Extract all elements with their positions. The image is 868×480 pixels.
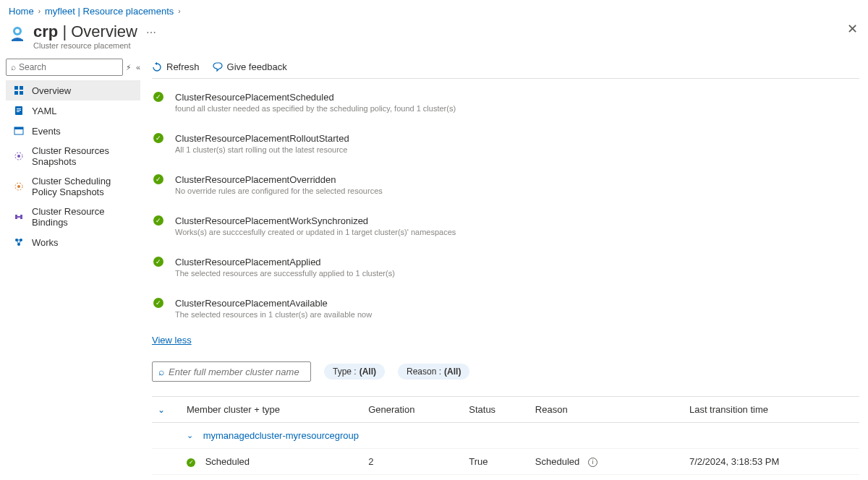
status-success-icon: ✓	[153, 298, 163, 308]
nav-cluster-resource-bindings[interactable]: Cluster Resource Bindings	[6, 202, 140, 232]
timeline-desc: The selected resources in 1 cluster(s) a…	[175, 310, 372, 319]
row-last-transition: 7/2/2024, 3:18:53 PM	[684, 449, 859, 475]
timeline-title: ClusterResourcePlacementWorkSynchronized	[175, 215, 456, 226]
timeline-desc: found all cluster needed as specified by…	[175, 104, 456, 113]
breadcrumb-home[interactable]: Home	[9, 6, 34, 17]
filter-row: ⌕ Type : (All) Reason : (All)	[143, 357, 868, 396]
svg-rect-9	[17, 111, 20, 112]
col-generation[interactable]: Generation	[362, 397, 463, 423]
status-success-icon: ✓	[153, 215, 163, 226]
nav-cluster-scheduling-policy-snapshots[interactable]: Cluster Scheduling Policy Snapshots	[6, 171, 140, 202]
timeline-title: ClusterResourcePlacementApplied	[175, 257, 395, 267]
resource-icon	[9, 25, 26, 43]
svg-rect-4	[14, 91, 18, 95]
overview-icon	[13, 85, 25, 96]
nav-events[interactable]: Events	[6, 121, 140, 141]
status-timeline: ✓ ClusterResourcePlacementScheduled foun…	[143, 79, 868, 330]
timeline-entry: ✓ ClusterResourcePlacementRolloutStarted…	[152, 133, 859, 174]
breadcrumb: Home › myfleet | Resource placements ›	[0, 0, 868, 20]
row-generation: 2	[362, 449, 463, 475]
row-status: True	[463, 449, 529, 475]
resource-name: crp	[33, 22, 58, 40]
bindings-icon	[13, 211, 25, 223]
reason-filter[interactable]: Reason : (All)	[398, 364, 469, 380]
row-reason: Scheduled	[535, 456, 579, 467]
search-icon: ⌕	[158, 366, 164, 377]
sidebar-search-input[interactable]	[19, 62, 118, 72]
svg-rect-7	[17, 108, 21, 109]
timeline-desc: Works(s) are succcesfully created or upd…	[175, 228, 456, 236]
search-icon: ⌕	[11, 62, 16, 72]
timeline-desc: The selected resources are successfully …	[175, 269, 395, 278]
timeline-desc: No override rules are configured for the…	[175, 187, 383, 195]
nav-label: Works	[32, 237, 59, 248]
resource-type: Cluster resource placement	[33, 41, 137, 50]
svg-rect-17	[20, 215, 22, 219]
timeline-title: ClusterResourcePlacementScheduled	[175, 92, 456, 103]
refresh-button[interactable]: Refresh	[152, 61, 200, 72]
events-icon	[13, 125, 25, 137]
svg-rect-5	[20, 91, 23, 95]
group-name-link[interactable]: mymanagedcluster-myresourcegroup	[203, 430, 359, 441]
nav-yaml[interactable]: YAML	[6, 100, 140, 121]
chevron-down-icon: ⌄	[187, 431, 193, 440]
type-filter[interactable]: Type : (All)	[324, 364, 385, 380]
snapshots-icon	[13, 150, 25, 162]
member-cluster-search[interactable]: ⌕	[152, 361, 311, 382]
chevron-right-icon: ›	[38, 7, 41, 15]
sidebar-search[interactable]: ⌕	[6, 59, 123, 76]
timeline-entry: ✓ ClusterResourcePlacementScheduled foun…	[152, 92, 859, 133]
col-reason[interactable]: Reason	[529, 397, 684, 423]
status-success-icon: ✓	[187, 458, 195, 467]
row-type: Scheduled	[205, 456, 250, 467]
row-last-transition: 7/2/2024, 3:18:53 PM	[684, 475, 859, 480]
svg-rect-16	[15, 215, 17, 219]
expand-all-toggle[interactable]: ⌄	[158, 405, 165, 415]
collapse-sidebar-button[interactable]: «	[136, 63, 140, 72]
chevron-right-icon: ›	[178, 7, 180, 15]
svg-rect-2	[14, 86, 18, 90]
svg-rect-18	[17, 216, 20, 218]
timeline-desc: All 1 cluster(s) start rolling out the l…	[175, 145, 349, 154]
policy-snapshots-icon	[13, 181, 25, 192]
table-header-row: ⌄ Member cluster + type Generation Statu…	[152, 397, 859, 423]
pin-toggle[interactable]: ⚡︎	[126, 63, 132, 72]
nav-list: Overview YAML Events Cluster Resources S…	[6, 80, 140, 252]
timeline-entry: ✓ ClusterResourcePlacementWorkSynchroniz…	[152, 215, 859, 257]
page-section: Overview	[71, 22, 137, 40]
nav-label: Cluster Resources Snapshots	[32, 145, 133, 167]
nav-works[interactable]: Works	[6, 232, 140, 252]
yaml-icon	[13, 105, 25, 116]
nav-label: Cluster Scheduling Policy Snapshots	[32, 176, 133, 197]
table-row: ✓ RolloutStarted 2 True RolloutStarted i…	[152, 475, 859, 480]
svg-point-13	[17, 155, 20, 158]
nav-cluster-resources-snapshots[interactable]: Cluster Resources Snapshots	[6, 141, 140, 171]
nav-overview[interactable]: Overview	[6, 80, 140, 100]
feedback-label: Give feedback	[227, 61, 287, 72]
title-separator: |	[62, 22, 71, 40]
breadcrumb-resource-placements[interactable]: myfleet | Resource placements	[45, 6, 174, 17]
member-cluster-search-input[interactable]	[169, 367, 305, 377]
timeline-entry: ✓ ClusterResourcePlacementOverridden No …	[152, 174, 859, 215]
col-status[interactable]: Status	[463, 397, 529, 423]
nav-label: Events	[32, 126, 61, 137]
timeline-title: ClusterResourcePlacementRolloutStarted	[175, 133, 349, 144]
row-generation: 2	[362, 475, 463, 480]
close-button[interactable]: ✕	[847, 21, 858, 37]
col-last-transition[interactable]: Last transition time	[684, 397, 859, 423]
col-member-cluster[interactable]: Member cluster + type	[181, 397, 362, 423]
status-success-icon: ✓	[153, 133, 163, 143]
feedback-button[interactable]: Give feedback	[213, 61, 287, 72]
info-icon[interactable]: i	[588, 458, 597, 467]
page-header: crp | Overview Cluster resource placemen…	[0, 20, 868, 56]
view-less-link[interactable]: View less	[152, 335, 192, 346]
more-actions-button[interactable]: ⋯	[146, 22, 156, 38]
svg-rect-11	[14, 127, 23, 129]
table-group-row[interactable]: ⌄ mymanagedcluster-myresourcegroup	[152, 423, 859, 449]
refresh-label: Refresh	[166, 61, 200, 72]
member-cluster-table: ⌄ Member cluster + type Generation Statu…	[143, 396, 868, 480]
nav-label: Overview	[32, 85, 71, 96]
row-status: True	[463, 475, 529, 480]
svg-point-15	[17, 185, 20, 188]
type-filter-label: Type :	[333, 367, 357, 377]
